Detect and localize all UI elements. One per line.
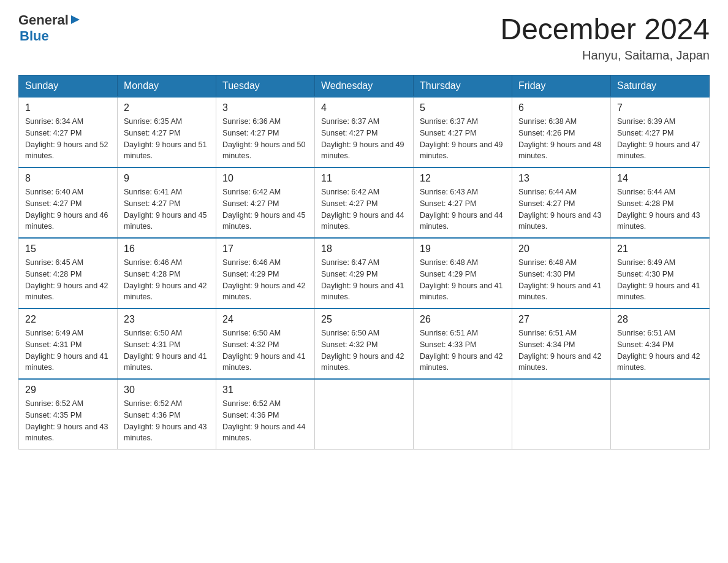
calendar-cell	[414, 379, 512, 450]
day-info: Sunrise: 6:46 AMSunset: 4:28 PMDaylight:…	[124, 257, 210, 303]
logo-general-text: General	[18, 12, 69, 28]
month-title: December 2024	[500, 12, 710, 46]
calendar-cell: 14 Sunrise: 6:44 AMSunset: 4:28 PMDaylig…	[611, 167, 710, 238]
calendar-cell: 28 Sunrise: 6:51 AMSunset: 4:34 PMDaylig…	[611, 308, 710, 379]
day-number: 27	[518, 314, 604, 325]
calendar-cell	[611, 379, 710, 450]
day-info: Sunrise: 6:49 AMSunset: 4:30 PMDaylight:…	[617, 257, 703, 303]
day-info: Sunrise: 6:35 AMSunset: 4:27 PMDaylight:…	[124, 116, 210, 162]
day-number: 30	[124, 385, 210, 396]
day-info: Sunrise: 6:38 AMSunset: 4:26 PMDaylight:…	[518, 116, 604, 162]
col-header-friday: Friday	[512, 75, 611, 98]
calendar-cell: 30 Sunrise: 6:52 AMSunset: 4:36 PMDaylig…	[118, 379, 216, 450]
day-info: Sunrise: 6:42 AMSunset: 4:27 PMDaylight:…	[222, 186, 308, 232]
calendar-cell: 16 Sunrise: 6:46 AMSunset: 4:28 PMDaylig…	[118, 238, 216, 308]
day-info: Sunrise: 6:37 AMSunset: 4:27 PMDaylight:…	[321, 116, 407, 162]
week-row-4: 22 Sunrise: 6:49 AMSunset: 4:31 PMDaylig…	[19, 308, 710, 379]
calendar-cell: 6 Sunrise: 6:38 AMSunset: 4:26 PMDayligh…	[512, 97, 611, 167]
day-info: Sunrise: 6:34 AMSunset: 4:27 PMDaylight:…	[25, 116, 111, 162]
day-info: Sunrise: 6:51 AMSunset: 4:34 PMDaylight:…	[617, 327, 703, 373]
calendar-cell: 17 Sunrise: 6:46 AMSunset: 4:29 PMDaylig…	[216, 238, 315, 308]
calendar-cell: 3 Sunrise: 6:36 AMSunset: 4:27 PMDayligh…	[216, 97, 315, 167]
week-row-2: 8 Sunrise: 6:40 AMSunset: 4:27 PMDayligh…	[19, 167, 710, 238]
day-number: 12	[420, 173, 506, 184]
col-header-wednesday: Wednesday	[315, 75, 414, 98]
day-number: 23	[124, 314, 210, 325]
calendar-cell: 11 Sunrise: 6:42 AMSunset: 4:27 PMDaylig…	[315, 167, 414, 238]
day-number: 21	[617, 243, 703, 255]
day-info: Sunrise: 6:50 AMSunset: 4:32 PMDaylight:…	[222, 327, 308, 373]
day-number: 13	[518, 173, 604, 184]
day-number: 20	[518, 243, 604, 255]
day-number: 6	[518, 102, 604, 113]
title-section: December 2024 Hanyu, Saitama, Japan	[500, 12, 710, 63]
day-info: Sunrise: 6:46 AMSunset: 4:29 PMDaylight:…	[222, 257, 308, 303]
calendar-cell: 13 Sunrise: 6:44 AMSunset: 4:27 PMDaylig…	[512, 167, 611, 238]
day-number: 4	[321, 102, 407, 113]
day-number: 16	[124, 243, 210, 255]
day-info: Sunrise: 6:52 AMSunset: 4:36 PMDaylight:…	[222, 398, 308, 444]
day-info: Sunrise: 6:51 AMSunset: 4:34 PMDaylight:…	[518, 327, 604, 373]
day-number: 10	[222, 173, 308, 184]
logo: General Blue	[18, 12, 81, 44]
calendar-cell: 5 Sunrise: 6:37 AMSunset: 4:27 PMDayligh…	[414, 97, 512, 167]
logo-blue-text: Blue	[20, 28, 49, 44]
day-number: 1	[25, 102, 111, 113]
day-info: Sunrise: 6:52 AMSunset: 4:36 PMDaylight:…	[124, 398, 210, 444]
day-info: Sunrise: 6:40 AMSunset: 4:27 PMDaylight:…	[25, 186, 111, 232]
col-header-tuesday: Tuesday	[216, 75, 315, 98]
col-header-saturday: Saturday	[611, 75, 710, 98]
day-number: 19	[420, 243, 506, 255]
calendar-cell: 10 Sunrise: 6:42 AMSunset: 4:27 PMDaylig…	[216, 167, 315, 238]
day-number: 29	[25, 385, 111, 396]
calendar-cell: 8 Sunrise: 6:40 AMSunset: 4:27 PMDayligh…	[19, 167, 118, 238]
calendar-cell: 21 Sunrise: 6:49 AMSunset: 4:30 PMDaylig…	[611, 238, 710, 308]
day-number: 17	[222, 243, 308, 255]
day-number: 9	[124, 173, 210, 184]
col-header-monday: Monday	[118, 75, 216, 98]
day-info: Sunrise: 6:44 AMSunset: 4:27 PMDaylight:…	[518, 186, 604, 232]
calendar-cell: 4 Sunrise: 6:37 AMSunset: 4:27 PMDayligh…	[315, 97, 414, 167]
day-info: Sunrise: 6:41 AMSunset: 4:27 PMDaylight:…	[124, 186, 210, 232]
day-info: Sunrise: 6:48 AMSunset: 4:30 PMDaylight:…	[518, 257, 604, 303]
day-info: Sunrise: 6:36 AMSunset: 4:27 PMDaylight:…	[222, 116, 308, 162]
col-header-thursday: Thursday	[414, 75, 512, 98]
day-number: 28	[617, 314, 703, 325]
page-header: General Blue December 2024 Hanyu, Saitam…	[18, 12, 710, 63]
day-number: 26	[420, 314, 506, 325]
day-number: 24	[222, 314, 308, 325]
day-number: 22	[25, 314, 111, 325]
calendar-cell: 18 Sunrise: 6:47 AMSunset: 4:29 PMDaylig…	[315, 238, 414, 308]
week-row-1: 1 Sunrise: 6:34 AMSunset: 4:27 PMDayligh…	[19, 97, 710, 167]
day-number: 15	[25, 243, 111, 255]
day-info: Sunrise: 6:43 AMSunset: 4:27 PMDaylight:…	[420, 186, 506, 232]
calendar-cell: 26 Sunrise: 6:51 AMSunset: 4:33 PMDaylig…	[414, 308, 512, 379]
svg-marker-0	[71, 15, 80, 24]
calendar-cell: 22 Sunrise: 6:49 AMSunset: 4:31 PMDaylig…	[19, 308, 118, 379]
day-info: Sunrise: 6:37 AMSunset: 4:27 PMDaylight:…	[420, 116, 506, 162]
calendar-cell: 12 Sunrise: 6:43 AMSunset: 4:27 PMDaylig…	[414, 167, 512, 238]
day-info: Sunrise: 6:48 AMSunset: 4:29 PMDaylight:…	[420, 257, 506, 303]
calendar-cell: 24 Sunrise: 6:50 AMSunset: 4:32 PMDaylig…	[216, 308, 315, 379]
day-info: Sunrise: 6:49 AMSunset: 4:31 PMDaylight:…	[25, 327, 111, 373]
calendar-cell: 20 Sunrise: 6:48 AMSunset: 4:30 PMDaylig…	[512, 238, 611, 308]
day-number: 3	[222, 102, 308, 113]
day-info: Sunrise: 6:44 AMSunset: 4:28 PMDaylight:…	[617, 186, 703, 232]
logo-arrow-icon	[70, 14, 81, 25]
calendar-header-row: SundayMondayTuesdayWednesdayThursdayFrid…	[19, 75, 710, 98]
day-number: 5	[420, 102, 506, 113]
calendar-cell	[315, 379, 414, 450]
day-info: Sunrise: 6:47 AMSunset: 4:29 PMDaylight:…	[321, 257, 407, 303]
day-info: Sunrise: 6:39 AMSunset: 4:27 PMDaylight:…	[617, 116, 703, 162]
day-info: Sunrise: 6:51 AMSunset: 4:33 PMDaylight:…	[420, 327, 506, 373]
day-number: 14	[617, 173, 703, 184]
calendar-cell: 31 Sunrise: 6:52 AMSunset: 4:36 PMDaylig…	[216, 379, 315, 450]
location-subtitle: Hanyu, Saitama, Japan	[500, 48, 710, 63]
calendar-cell: 25 Sunrise: 6:50 AMSunset: 4:32 PMDaylig…	[315, 308, 414, 379]
calendar-cell: 9 Sunrise: 6:41 AMSunset: 4:27 PMDayligh…	[118, 167, 216, 238]
day-info: Sunrise: 6:52 AMSunset: 4:35 PMDaylight:…	[25, 398, 111, 444]
calendar-cell: 7 Sunrise: 6:39 AMSunset: 4:27 PMDayligh…	[611, 97, 710, 167]
col-header-sunday: Sunday	[19, 75, 118, 98]
calendar-cell: 19 Sunrise: 6:48 AMSunset: 4:29 PMDaylig…	[414, 238, 512, 308]
day-info: Sunrise: 6:50 AMSunset: 4:32 PMDaylight:…	[321, 327, 407, 373]
